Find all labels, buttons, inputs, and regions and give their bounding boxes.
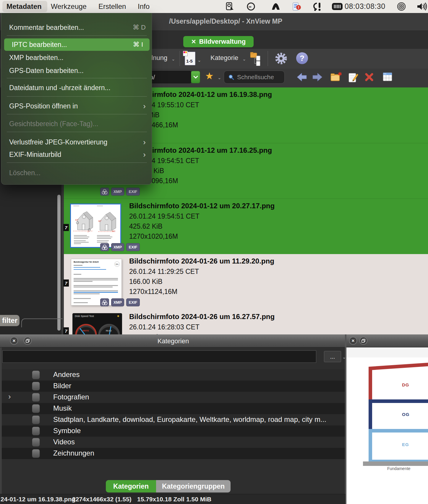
menu-item-loeschen: Löschen... [1,167,152,178]
category-search-field[interactable] [2,350,316,363]
status-print-size: 15.79x10.18 Zoll [137,496,184,503]
file-date: 24 19:54:51 CET [148,157,199,165]
category-checkbox[interactable] [32,404,40,413]
category-row[interactable]: › Fotografien [2,392,345,403]
category-checkbox[interactable] [32,415,40,424]
sort-thumbnails-button[interactable]: 1-5 [185,52,195,65]
category-label: Fotografien [53,393,89,401]
menu-item-dateidatum[interactable]: Dateidatum und -uhrzeit ändern... [1,82,152,93]
category-search-input[interactable] [3,351,316,362]
file-name: hirmfoto 2024-01-12 um 16.19.38.png [148,90,272,99]
file-thumbnail[interactable]: Disk Speed Test WRITE READ 1961.3 2691.6… [72,313,122,334]
filter-tooltip: filter [0,315,20,326]
menu-separator [7,132,147,132]
file-row[interactable]: Bundesagentur für Arbeit BA Bildschirmfo… [64,254,428,310]
menu-item-xmp[interactable]: XMP bearbeiten... [1,52,152,63]
notification-blocker-icon[interactable] [313,2,322,11]
categories-panel-header[interactable]: Kategorien ✕ [0,334,346,347]
menu-item-exif-miniaturbild[interactable]: EXIF-Miniaturbild› [1,149,152,160]
menu-item-jpeg-konvertierung[interactable]: Verlustfreie JPEG-Konvertierung› [1,136,152,148]
panel-tabs: Kategorien Kategoriengruppen [106,480,231,492]
orientation-badge: 7 [63,327,69,334]
thumbnail-view-icon[interactable] [382,72,393,83]
file-thumbnail[interactable]: 42° 7° 30° 30° [70,204,121,248]
favorites-star-icon[interactable]: ★ [205,70,214,82]
file-name: hirmfoto 2024-01-12 um 17.16.25.png [148,146,272,155]
tab-bildverwaltung[interactable]: ✕ Bildverwaltung [183,36,254,47]
menu-item-gps-position[interactable]: GPS-Position öffnen in› [1,100,152,112]
menubar-item-erstellen[interactable]: Erstellen [98,2,126,11]
file-size: 425.62 KiB [129,222,163,230]
category-label: Videos [53,438,75,446]
screenshot-app-icon[interactable] [225,2,235,11]
category-label: Stadtplan, Landkarte, download, Europaka… [53,415,326,424]
close-panel-icon[interactable]: ✕ [349,337,357,345]
category-checkbox[interactable] [32,438,40,447]
read-label: READ [106,330,112,332]
chevron-down-icon[interactable]: ⌄ [218,75,221,80]
vpn-mountain-icon[interactable] [271,2,280,11]
file-date: 24 19:55:10 CET [148,101,199,109]
chevron-down-icon: ⌄ [242,56,246,62]
more-options-button[interactable]: ... [324,351,341,362]
preview-image[interactable]: DG OG EG Fundamente [346,347,428,504]
category-checkbox[interactable] [32,427,40,435]
settings-gear-icon[interactable] [274,52,288,66]
tab-kategoriengruppen[interactable]: Kategoriengruppen [156,480,231,492]
timer-icon[interactable] [332,3,341,12]
search-input[interactable] [236,73,281,81]
menu-bar-clock[interactable]: 08:03:08:30 [345,2,385,11]
category-row[interactable]: Anderes [2,369,345,381]
close-panel-icon[interactable]: ✕ [10,337,18,345]
forward-arrow-icon[interactable] [312,72,323,83]
exif-badge: EXIF [126,243,140,251]
menu-item-kommentar[interactable]: Kommentar bearbeiten...⌘ D [1,22,152,33]
filter-tooltip-label: filter [2,316,17,325]
undock-panel-icon[interactable] [24,337,32,345]
tab-kategorien[interactable]: Kategorien [106,480,156,492]
help-button[interactable]: ? [296,52,308,64]
volume-icon[interactable] [417,2,426,11]
metadata-badges: XMP EXIF [100,188,140,196]
back-arrow-icon[interactable] [296,72,307,83]
category-row[interactable]: Videos [2,437,345,448]
file-row[interactable]: 42° 7° 30° 30° Bildschirmfoto 2024-01-12… [64,199,428,254]
category-label: Musik [53,404,72,412]
category-row[interactable]: Musik [2,403,345,414]
preview-panel-header[interactable]: ✕ [346,334,428,347]
menubar-item-info[interactable]: Info [138,2,150,11]
category-label: Anderes [53,370,80,379]
tab-close-icon[interactable]: ✕ [191,38,196,45]
creative-cloud-icon[interactable]: ∞ [246,2,256,11]
edit-icon[interactable] [348,71,359,84]
path-dropdown-button[interactable] [191,71,200,83]
new-folder-icon[interactable]: ✱ [330,71,342,84]
exif-badge: EXIF [126,298,140,306]
expand-arrow[interactable]: › [8,392,11,401]
orientation-badge: 7 [63,224,69,231]
category-label: Bilder [53,382,71,390]
file-size: 166.00 KiB [129,278,163,286]
undock-panel-icon[interactable] [359,337,367,345]
document-alert-icon[interactable]: ! [291,2,301,11]
category-checkbox[interactable] [32,382,40,391]
category-row[interactable]: Zeichnungen [2,448,345,459]
file-row[interactable]: Disk Speed Test WRITE READ 1961.3 2691.6… [64,310,428,334]
category-row[interactable]: Symbole [2,425,345,437]
delete-x-icon[interactable] [365,73,374,83]
category-checkbox[interactable] [32,370,40,379]
category-tree-icon[interactable] [250,52,263,66]
airplay-icon[interactable] [397,2,406,11]
category-checkbox[interactable] [32,393,40,402]
category-checkbox[interactable] [32,449,40,458]
svg-text:!: ! [298,6,299,10]
folder-panel-scrollbar[interactable] [57,195,61,331]
menu-item-gps-daten[interactable]: GPS-Daten bearbeiten... [1,65,152,76]
category-dropdown[interactable]: Kategorie [210,54,238,62]
menu-item-iptc[interactable]: IPTC bearbeiten...⌘ I [4,38,150,51]
category-row[interactable]: Bilder [2,381,345,392]
category-row[interactable]: Stadtplan, Landkarte, download, Europaka… [2,414,345,425]
menubar-item-metadaten[interactable]: Metadaten [7,2,42,11]
menubar-item-werkzeuge[interactable]: Werkzeuge [51,2,87,11]
quick-search-field[interactable] [224,71,285,84]
